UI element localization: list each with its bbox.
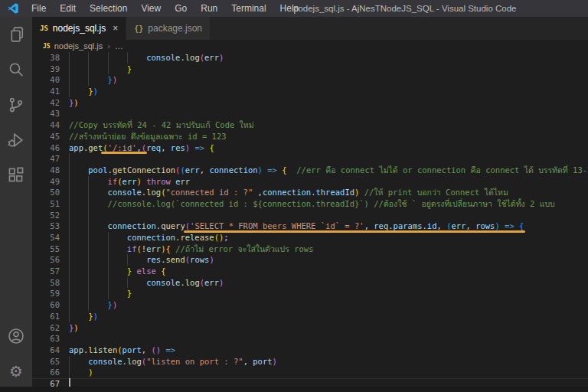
line-number[interactable]: 52	[32, 210, 60, 221]
line-number[interactable]: 40	[32, 74, 60, 86]
code-line-44[interactable]: 44//Copy บรรทัดที่ 24 - 42 มาปรับแก้ Cod…	[32, 119, 588, 131]
code-line-38[interactable]: 38 console.log(err)	[32, 52, 588, 64]
code-line-49[interactable]: 49 if(err) throw err	[32, 176, 588, 188]
indent-guide	[88, 210, 89, 221]
line-number[interactable]: 49	[32, 176, 60, 188]
line-number[interactable]: 64	[32, 345, 60, 356]
menu-terminal[interactable]: Terminal	[224, 0, 273, 17]
indent-guide	[127, 254, 128, 266]
line-number[interactable]: 38	[32, 52, 60, 64]
indent-guide	[108, 266, 109, 277]
line-number[interactable]: 45	[32, 131, 60, 142]
line-number[interactable]: 55	[32, 243, 60, 255]
code-line-66[interactable]: 66 )	[32, 367, 588, 378]
line-number[interactable]: 43	[32, 108, 60, 119]
tab-nodejs_sql.js[interactable]: JSnodejs_sql.js×	[32, 17, 126, 40]
indent-guide	[88, 52, 89, 64]
code-line-56[interactable]: 56 res.send(rows)	[32, 254, 588, 266]
indent-guide	[69, 187, 70, 198]
code-line-42[interactable]: 42})	[32, 97, 588, 109]
line-number[interactable]: 57	[32, 266, 60, 277]
code-line-48[interactable]: 48 pool.getConnection((err, connection) …	[32, 165, 588, 176]
code-editor[interactable]: 38 console.log(err)39 }40 })41 })42})434…	[32, 52, 588, 392]
indent-guide	[108, 288, 109, 299]
menu-go[interactable]: Go	[168, 0, 194, 17]
line-number[interactable]: 46	[32, 142, 60, 154]
menu-view[interactable]: View	[134, 0, 168, 17]
code-line-54[interactable]: 54 connection.release();	[32, 232, 588, 243]
code-line-39[interactable]: 39 }	[32, 64, 588, 75]
js-file-icon: JS	[43, 43, 51, 50]
line-number[interactable]: 63	[32, 333, 60, 345]
line-code: //สร้างหน้าย่อย ดึงข้อมูลเฉพาะ id = 123	[69, 132, 227, 141]
extensions-icon[interactable]	[0, 158, 32, 193]
explorer-icon[interactable]	[0, 17, 32, 52]
line-number[interactable]: 66	[32, 367, 60, 378]
indent-guide	[69, 86, 70, 97]
code-line-64[interactable]: 64app.listen(port, () =>	[32, 345, 588, 356]
line-number[interactable]: 56	[32, 254, 60, 266]
indent-guide	[69, 165, 70, 176]
settings-gear-icon[interactable]: ⚙	[0, 354, 32, 389]
run-debug-icon[interactable]	[0, 122, 32, 158]
menu-file[interactable]: File	[24, 0, 53, 17]
tab-close-icon[interactable]: ×	[113, 24, 118, 33]
line-number[interactable]: 48	[32, 165, 60, 176]
line-number[interactable]: 65	[32, 356, 60, 368]
account-icon[interactable]	[0, 318, 32, 354]
code-line-55[interactable]: 55 if(!err){ //ถ้าไม่ error จะใส่ในตัวแป…	[32, 243, 588, 255]
line-number[interactable]: 61	[32, 311, 60, 322]
line-code: }	[69, 64, 132, 74]
line-number[interactable]: 47	[32, 153, 60, 165]
code-line-61[interactable]: 61 })	[32, 311, 588, 322]
code-line-60[interactable]: 60 })	[32, 299, 588, 311]
line-number[interactable]: 54	[32, 232, 60, 243]
line-number[interactable]: 51	[32, 198, 60, 210]
code-line-57[interactable]: 57 } else {	[32, 266, 588, 277]
menu-edit[interactable]: Edit	[53, 0, 83, 17]
indent-guide	[88, 254, 89, 266]
line-number[interactable]: 42	[32, 97, 60, 109]
line-code: console.log("listen on port : ?", port)	[69, 357, 277, 366]
breadcrumb[interactable]: JS nodejs_sql.js › …	[32, 40, 588, 52]
line-code: pool.getConnection((err, connection) => …	[69, 165, 588, 175]
source-control-icon[interactable]	[0, 87, 32, 122]
line-number[interactable]: 50	[32, 187, 60, 198]
line-code: if(err) throw err	[69, 177, 190, 186]
code-line-50[interactable]: 50 console.log("connected id : ?" ,conne…	[32, 187, 588, 198]
line-code: //Copy บรรทัดที่ 24 - 42 มาปรับแก้ Code …	[69, 120, 254, 129]
code-line-62[interactable]: 62})	[32, 322, 588, 334]
breadcrumb-file[interactable]: nodejs_sql.js	[54, 41, 103, 51]
code-line-63[interactable]: 63	[32, 333, 588, 345]
line-code: app.listen(port, () =>	[69, 345, 175, 354]
code-line-65[interactable]: 65 console.log("listen on port : ?", por…	[32, 356, 588, 368]
line-number[interactable]: 39	[32, 64, 60, 75]
line-code: console.log("connected id : ?" ,connecti…	[69, 188, 508, 197]
search-icon[interactable]	[0, 52, 32, 87]
code-line-51[interactable]: 51 //console.log(`connected id : ${conne…	[32, 198, 588, 210]
menu-selection[interactable]: Selection	[83, 0, 134, 17]
line-number[interactable]: 58	[32, 277, 60, 289]
code-line-47[interactable]: 47	[32, 153, 588, 165]
tab-package.json[interactable]: {}package.json	[126, 17, 210, 40]
code-line-58[interactable]: 58 console.log(err)	[32, 277, 588, 289]
indent-guide	[88, 277, 89, 289]
line-code: })	[69, 98, 79, 107]
menu-run[interactable]: Run	[194, 0, 224, 17]
code-line-40[interactable]: 40 })	[32, 74, 588, 86]
breadcrumb-more[interactable]: …	[115, 41, 123, 51]
code-line-41[interactable]: 41 })	[32, 86, 588, 97]
indent-guide	[69, 277, 70, 289]
line-number[interactable]: 41	[32, 86, 60, 97]
code-line-45[interactable]: 45//สร้างหน้าย่อย ดึงข้อมูลเฉพาะ id = 12…	[32, 131, 588, 142]
line-number[interactable]: 53	[32, 220, 60, 232]
line-number[interactable]: 62	[32, 322, 60, 334]
code-line-43[interactable]: 43	[32, 108, 588, 119]
indent-guide	[69, 254, 70, 266]
line-number[interactable]: 59	[32, 288, 60, 299]
line-number[interactable]: 44	[32, 119, 60, 131]
indent-guide	[88, 232, 89, 243]
code-line-52[interactable]: 52	[32, 210, 588, 221]
line-number[interactable]: 60	[32, 299, 60, 311]
code-line-59[interactable]: 59 }	[32, 288, 588, 299]
